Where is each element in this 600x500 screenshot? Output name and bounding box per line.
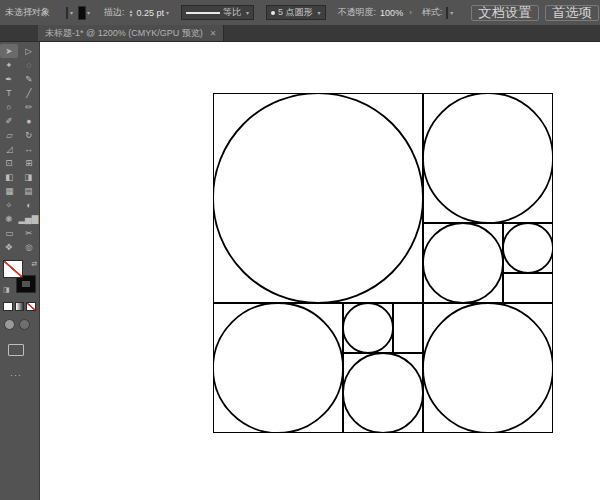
document-setup-button[interactable]: 文档设置 bbox=[471, 5, 538, 21]
default-fill-stroke-icon[interactable]: ◨ bbox=[3, 286, 10, 294]
line-segment-tool-icon: ╱ bbox=[26, 88, 31, 98]
artboard-tool-icon: ▭ bbox=[5, 228, 13, 238]
document-tab[interactable]: 未标题-1* @ 1200% (CMYK/GPU 预览) ✕ bbox=[38, 25, 224, 41]
paintbrush-tool[interactable]: ✏ bbox=[18, 100, 39, 114]
type-tool[interactable]: T bbox=[0, 86, 18, 100]
artboard-artwork bbox=[213, 93, 553, 433]
illustrator-window: 未选择对象 ▾ ▾ 描边: ▲ ▼ 0.25 pt ▾ 等比 ▾ 5 点圆形 ▾… bbox=[0, 0, 600, 500]
preferences-button[interactable]: 首选项 bbox=[545, 5, 599, 21]
blob-brush-tool[interactable]: ● bbox=[18, 114, 39, 128]
swap-fill-stroke-icon[interactable]: ⇄ bbox=[31, 260, 37, 268]
gradient-tool-icon: ▤ bbox=[25, 186, 33, 196]
width-tool[interactable]: ↔ bbox=[18, 142, 39, 156]
magic-wand-tool[interactable]: ✦ bbox=[0, 58, 18, 72]
artwork-square[interactable] bbox=[213, 93, 553, 433]
artwork-circle[interactable] bbox=[213, 93, 423, 303]
fill-color-swatch[interactable] bbox=[66, 7, 68, 19]
draw-normal-button[interactable] bbox=[4, 319, 15, 330]
column-graph-tool[interactable]: ▂▅▇ bbox=[18, 212, 39, 226]
artwork-circle[interactable] bbox=[423, 223, 503, 303]
stroke-weight-value[interactable]: 0.25 pt bbox=[137, 8, 165, 18]
stroke-swatch[interactable] bbox=[17, 276, 35, 292]
opacity-chevron-right-icon[interactable]: › bbox=[409, 8, 412, 17]
draw-behind-button[interactable] bbox=[19, 319, 30, 330]
artboard-tool[interactable]: ▭ bbox=[0, 226, 18, 240]
mesh-tool-icon: ▦ bbox=[5, 186, 13, 196]
selection-tool-icon: ➤ bbox=[6, 46, 13, 56]
color-mode-row bbox=[3, 302, 36, 311]
pen-tool-icon: ✒ bbox=[6, 74, 13, 84]
shape-builder-tool-icon: ◧ bbox=[5, 172, 13, 182]
free-transform-tool[interactable]: ⊡ bbox=[0, 156, 18, 170]
variable-width-profile-dropdown[interactable]: 等比 ▾ bbox=[181, 5, 254, 20]
opacity-value[interactable]: 100% bbox=[380, 8, 403, 18]
style-swatch[interactable] bbox=[446, 7, 448, 19]
artwork-circle[interactable] bbox=[343, 353, 423, 433]
slice-tool[interactable]: ✂ bbox=[18, 226, 39, 240]
gradient-button[interactable] bbox=[15, 302, 25, 311]
eraser-tool[interactable]: ▱ bbox=[0, 128, 18, 142]
live-paint-bucket-tool-icon: ◨ bbox=[25, 172, 33, 182]
none-button[interactable] bbox=[26, 302, 36, 311]
brush-definition-label: 5 点圆形 bbox=[278, 6, 313, 19]
stroke-color-swatch[interactable] bbox=[79, 7, 85, 19]
zoom-tool[interactable]: ◎ bbox=[18, 240, 39, 254]
stroke-weight-stepper[interactable]: ▲ ▼ bbox=[129, 9, 134, 17]
scale-tool[interactable]: ◿ bbox=[0, 142, 18, 156]
drawing-modes-row bbox=[4, 319, 36, 330]
stroke-weight-label: 描边: bbox=[104, 6, 125, 19]
screen-mode-button[interactable] bbox=[8, 344, 24, 356]
tools-grid: ➤▷✦◌✒✎T╱○✏✐●▱↻◿↔⊡⊞◧◨▦▤✧◐❋▂▅▇▭✂✥◎ bbox=[0, 42, 39, 254]
style-chevron-down-icon[interactable]: ▾ bbox=[450, 9, 453, 16]
selection-tool[interactable]: ➤ bbox=[0, 44, 18, 58]
mesh-tool[interactable]: ▦ bbox=[0, 184, 18, 198]
curvature-tool-icon: ✎ bbox=[25, 74, 32, 84]
blend-tool[interactable]: ◐ bbox=[18, 198, 39, 212]
tab-close-icon[interactable]: ✕ bbox=[210, 29, 217, 38]
style-label: 样式: bbox=[422, 6, 443, 19]
profile-chevron-down-icon: ▾ bbox=[246, 9, 249, 16]
direct-selection-tool-icon: ▷ bbox=[25, 46, 32, 56]
live-paint-bucket-tool[interactable]: ◨ bbox=[18, 170, 39, 184]
shape-builder-tool[interactable]: ◧ bbox=[0, 170, 18, 184]
curvature-tool[interactable]: ✎ bbox=[18, 72, 39, 86]
width-tool-icon: ↔ bbox=[24, 144, 33, 154]
artwork-square[interactable] bbox=[393, 303, 423, 353]
artwork-circle[interactable] bbox=[213, 303, 343, 433]
ellipse-tool[interactable]: ○ bbox=[0, 100, 18, 114]
stroke-chevron-down-icon[interactable]: ▾ bbox=[87, 9, 90, 16]
symbol-sprayer-tool[interactable]: ❋ bbox=[0, 212, 18, 226]
perspective-grid-tool[interactable]: ⊞ bbox=[18, 156, 39, 170]
type-tool-icon: T bbox=[6, 88, 11, 98]
brush-definition-dropdown[interactable]: 5 点圆形 ▾ bbox=[266, 5, 326, 20]
stepper-down-icon[interactable]: ▼ bbox=[129, 13, 134, 17]
pen-tool[interactable]: ✒ bbox=[0, 72, 18, 86]
artwork-circle[interactable] bbox=[423, 93, 553, 223]
fill-chevron-down-icon[interactable]: ▾ bbox=[70, 9, 73, 16]
artwork-circle[interactable] bbox=[503, 223, 553, 273]
gradient-tool[interactable]: ▤ bbox=[18, 184, 39, 198]
blend-tool-icon: ◐ bbox=[26, 200, 31, 210]
brush-chevron-down-icon: ▾ bbox=[318, 9, 321, 16]
hand-tool[interactable]: ✥ bbox=[0, 240, 18, 254]
rotate-tool[interactable]: ↻ bbox=[18, 128, 39, 142]
edit-toolbar-ellipsis-icon[interactable]: ··· bbox=[10, 370, 39, 380]
stroke-weight-chevron-down-icon[interactable]: ▾ bbox=[166, 9, 169, 16]
width-profile-label: 等比 bbox=[223, 6, 241, 19]
pencil-tool[interactable]: ✐ bbox=[0, 114, 18, 128]
fill-swatch[interactable] bbox=[3, 260, 23, 278]
eyedropper-tool[interactable]: ✧ bbox=[0, 198, 18, 212]
brush-preview-icon bbox=[271, 11, 275, 15]
artwork-circle[interactable] bbox=[423, 303, 553, 433]
document-tab-title: 未标题-1* @ 1200% (CMYK/GPU 预览) bbox=[45, 27, 203, 40]
artwork-circle[interactable] bbox=[343, 303, 393, 353]
color-button[interactable] bbox=[3, 302, 13, 311]
eyedropper-tool-icon: ✧ bbox=[6, 200, 13, 210]
direct-selection-tool[interactable]: ▷ bbox=[18, 44, 39, 58]
lasso-tool[interactable]: ◌ bbox=[18, 58, 39, 72]
free-transform-tool-icon: ⊡ bbox=[6, 158, 13, 168]
artwork-square[interactable] bbox=[213, 93, 423, 303]
line-segment-tool[interactable]: ╱ bbox=[18, 86, 39, 100]
lasso-tool-icon: ◌ bbox=[26, 60, 31, 70]
artwork-square[interactable] bbox=[503, 273, 553, 303]
